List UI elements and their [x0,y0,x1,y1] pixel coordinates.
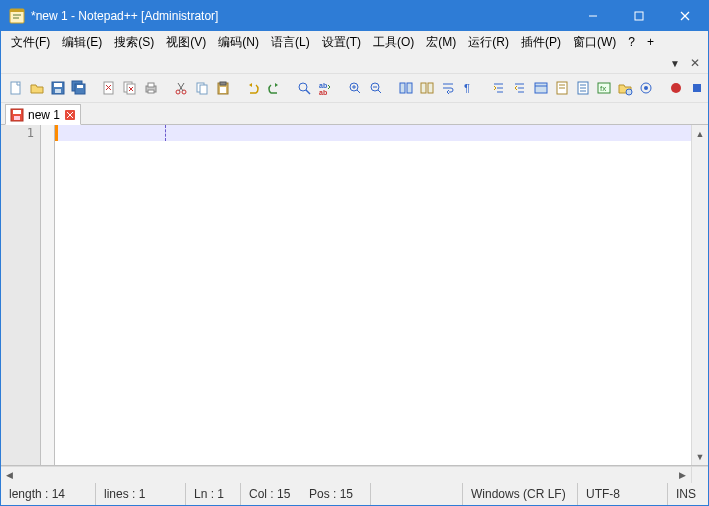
svg-rect-45 [421,83,426,93]
close-button[interactable] [662,1,708,31]
svg-rect-22 [148,90,154,93]
menubar: 文件(F) 编辑(E) 搜索(S) 视图(V) 编码(N) 语言(L) 设置(T… [1,31,708,53]
svg-rect-21 [148,83,154,87]
menu-edit[interactable]: 编辑(E) [56,32,108,53]
status-ins[interactable]: INS [668,483,708,505]
toolbar-close-icon[interactable]: ✕ [690,56,700,70]
user-lang-icon[interactable] [532,78,550,98]
maximize-button[interactable] [616,1,662,31]
menu-search[interactable]: 搜索(S) [108,32,160,53]
svg-rect-44 [407,83,412,93]
svg-rect-12 [77,85,83,88]
sync-vscroll-icon[interactable] [397,78,415,98]
menu-help[interactable]: ? [622,33,641,51]
save-icon[interactable] [49,78,67,98]
svg-line-39 [357,90,360,93]
toolbar-overflow-row: ▼ ✕ [1,53,708,73]
svg-text:¶: ¶ [464,82,470,94]
undo-icon[interactable] [244,78,262,98]
svg-rect-72 [14,116,20,120]
save-all-icon[interactable] [70,78,88,98]
svg-line-33 [306,90,310,94]
sync-hscroll-icon[interactable] [418,78,436,98]
wordwrap-icon[interactable] [439,78,457,98]
zoom-in-icon[interactable] [346,78,364,98]
menu-run[interactable]: 运行(R) [462,32,515,53]
find-icon[interactable] [295,78,313,98]
vertical-scrollbar[interactable]: ▲ ▼ [691,125,708,465]
svg-rect-30 [220,82,226,85]
copy-icon[interactable] [193,78,211,98]
zoom-out-icon[interactable] [367,78,385,98]
tab-close-icon[interactable] [64,109,76,121]
svg-rect-46 [428,83,433,93]
titlebar[interactable]: *new 1 - Notepad++ [Administrator] [1,1,708,31]
status-eol[interactable]: Windows (CR LF) [463,483,578,505]
toolbar: abab ¶ fx [1,73,708,103]
menu-view[interactable]: 视图(V) [160,32,212,53]
text-editor[interactable] [55,125,691,465]
svg-rect-8 [54,83,62,87]
horizontal-scrollbar[interactable]: ◀ ▶ [1,466,708,483]
menu-tools[interactable]: 工具(O) [367,32,420,53]
status-encoding[interactable]: UTF-8 [578,483,668,505]
menu-macro[interactable]: 宏(M) [420,32,462,53]
paste-icon[interactable] [214,78,232,98]
tab-new1[interactable]: new 1 [5,104,81,125]
svg-rect-43 [400,83,405,93]
stop-macro-icon[interactable] [688,78,706,98]
svg-rect-69 [693,84,701,92]
close-file-icon[interactable] [100,78,118,98]
status-length: length : 14 [1,483,96,505]
svg-point-32 [299,83,307,91]
svg-rect-54 [535,83,547,93]
svg-rect-1 [10,9,24,12]
tabstrip: new 1 [1,103,708,125]
scroll-right-icon[interactable]: ▶ [674,467,691,483]
menu-plus[interactable]: + [641,33,660,51]
open-file-icon[interactable] [28,78,46,98]
scroll-left-icon[interactable]: ◀ [1,467,18,483]
print-icon[interactable] [142,78,160,98]
line-number: 1 [1,125,40,141]
new-file-icon[interactable] [7,78,25,98]
svg-text:fx: fx [600,84,606,93]
minimize-button[interactable] [570,1,616,31]
menu-plugins[interactable]: 插件(P) [515,32,567,53]
menu-settings[interactable]: 设置(T) [316,32,367,53]
status-pos: Pos : 15 [301,483,371,505]
toolbar-overflow-icon[interactable]: ▼ [670,58,680,69]
close-all-icon[interactable] [121,78,139,98]
status-lines: lines : 1 [96,483,186,505]
menu-file[interactable]: 文件(F) [5,32,56,53]
indent-guide-icon[interactable] [490,78,508,98]
app-icon [9,8,25,24]
cut-icon[interactable] [172,78,190,98]
scroll-down-icon[interactable]: ▼ [692,448,708,465]
monitor-icon[interactable] [637,78,655,98]
outdent-guide-icon[interactable] [511,78,529,98]
record-macro-icon[interactable] [667,78,685,98]
svg-point-65 [626,89,632,95]
scroll-corner [691,467,708,483]
line-number-gutter: 1 [1,125,41,465]
function-list-icon[interactable]: fx [595,78,613,98]
replace-icon[interactable]: abab [316,78,334,98]
doc-map-icon[interactable] [553,78,571,98]
redo-icon[interactable] [265,78,283,98]
folder-workspace-icon[interactable] [616,78,634,98]
svg-rect-9 [55,89,61,93]
menu-language[interactable]: 语言(L) [265,32,316,53]
window-title: *new 1 - Notepad++ [Administrator] [31,9,570,23]
svg-rect-28 [200,85,207,94]
change-marker [55,125,58,141]
status-col: Col : 15 [241,483,301,505]
svg-point-67 [644,86,648,90]
scroll-up-icon[interactable]: ▲ [692,125,708,142]
fold-column [41,125,55,465]
menu-window[interactable]: 窗口(W) [567,32,622,53]
tab-label: new 1 [28,108,60,122]
menu-encoding[interactable]: 编码(N) [212,32,265,53]
show-all-chars-icon[interactable]: ¶ [460,78,478,98]
doc-list-icon[interactable] [574,78,592,98]
